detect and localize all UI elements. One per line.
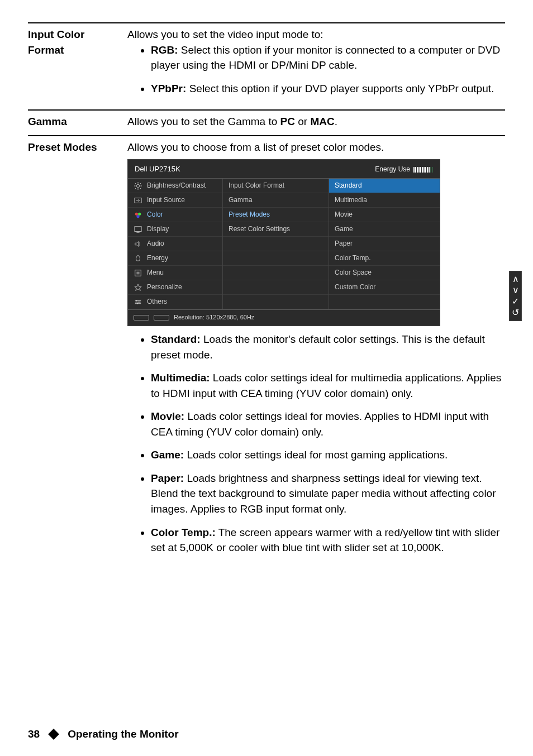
label-game: Game: bbox=[151, 449, 184, 461]
osd-value-label: Multimedia bbox=[335, 195, 367, 205]
osd-menu-label: Input Source bbox=[147, 195, 185, 205]
sun-icon bbox=[134, 182, 142, 190]
svg-point-10 bbox=[135, 212, 138, 215]
osd-submenu-label: Preset Modes bbox=[229, 210, 270, 219]
list-item: RGB: Select this option if your monitor … bbox=[151, 42, 505, 73]
osd-value-item[interactable]: Movie bbox=[329, 208, 440, 222]
osd-menu-item[interactable]: Personalize bbox=[128, 280, 222, 295]
osd-menu-item[interactable]: Audio bbox=[128, 237, 222, 251]
others-icon bbox=[134, 298, 142, 306]
osd-menu-label: Others bbox=[147, 297, 167, 307]
osd-blank-row bbox=[223, 295, 329, 309]
osd-submenu-item[interactable]: Gamma bbox=[223, 193, 329, 208]
osd-menu-label: Color bbox=[147, 210, 163, 219]
svg-line-8 bbox=[135, 188, 136, 189]
osd-value-item[interactable]: Paper bbox=[329, 237, 440, 251]
osd-menu-label: Display bbox=[147, 224, 169, 234]
list-item: Multimedia: Loads color settings ideal f… bbox=[151, 370, 505, 401]
term-line2: Format bbox=[28, 44, 64, 56]
input-icon bbox=[134, 197, 142, 204]
osd-value-item[interactable]: Standard bbox=[329, 179, 440, 193]
label-multimedia: Multimedia: bbox=[151, 372, 210, 384]
text-ypbpr: Select this option if your DVD player su… bbox=[186, 83, 494, 94]
osd-menu-item[interactable]: Energy bbox=[128, 251, 222, 266]
osd-value-label: Color Temp. bbox=[335, 253, 370, 263]
list-item: Movie: Loads color settings ideal for mo… bbox=[151, 409, 505, 439]
svg-point-24 bbox=[137, 303, 138, 304]
energy-bars-icon bbox=[413, 167, 433, 173]
osd-menu-item[interactable]: Brightness/Contrast bbox=[128, 179, 222, 193]
osd-blank-row bbox=[223, 237, 329, 251]
osd-header: Dell UP2715K Energy Use bbox=[128, 160, 440, 179]
osd-blank-row bbox=[329, 295, 440, 309]
svg-line-7 bbox=[140, 183, 141, 184]
osd-blank-row bbox=[223, 266, 329, 280]
osd-submenu-label: Reset Color Settings bbox=[229, 224, 290, 234]
osd-value-label: Custom Color bbox=[335, 283, 375, 292]
osd-submenu-label: Gamma bbox=[229, 195, 253, 205]
osd-nav-back-icon[interactable]: ↺ bbox=[512, 308, 519, 317]
label-colortemp: Color Temp.: bbox=[151, 527, 216, 538]
svg-point-23 bbox=[139, 302, 140, 303]
osd-value-item[interactable]: Multimedia bbox=[329, 193, 440, 208]
text-standard: Loads the monitor's default color settin… bbox=[151, 333, 485, 361]
page-footer: 38 Operating the Monitor bbox=[28, 728, 179, 740]
osd-energy: Energy Use bbox=[375, 165, 433, 174]
osd-menu-label: Audio bbox=[147, 239, 164, 248]
list-item: YPbPr: Select this option if your DVD pl… bbox=[151, 81, 505, 97]
osd-menu-item[interactable]: Others bbox=[128, 295, 222, 309]
menu-icon bbox=[134, 269, 142, 277]
osd-blank-row bbox=[223, 251, 329, 266]
osd-menu-item[interactable]: Color bbox=[128, 208, 222, 222]
osd-value-item[interactable]: Game bbox=[329, 222, 440, 237]
svg-point-0 bbox=[136, 184, 139, 187]
osd-submenu-item[interactable]: Input Color Format bbox=[223, 179, 329, 193]
port-icon bbox=[134, 315, 149, 320]
audio-icon bbox=[134, 240, 142, 248]
page-number: 38 bbox=[28, 728, 40, 740]
osd-menu-label: Personalize bbox=[147, 283, 182, 292]
osd-value-item[interactable]: Color Temp. bbox=[329, 251, 440, 266]
osd-value-label: Color Space bbox=[335, 268, 372, 277]
osd-submenu-item[interactable]: Reset Color Settings bbox=[223, 222, 329, 237]
lead-preset-modes: Allows you to choose from a list of pres… bbox=[127, 140, 505, 155]
svg-line-5 bbox=[135, 183, 136, 184]
osd-screenshot: Dell UP2715K Energy Use Brightness/Contr… bbox=[127, 159, 505, 326]
osd-menu-label: Menu bbox=[147, 268, 164, 277]
svg-point-22 bbox=[136, 300, 137, 301]
text-game: Loads color settings ideal for most gami… bbox=[184, 449, 448, 461]
desc-preset-modes: Allows you to choose from a list of pres… bbox=[127, 136, 505, 569]
label-ypbpr: YPbPr: bbox=[151, 83, 186, 94]
osd-menu-item[interactable]: Input Source bbox=[128, 193, 222, 208]
list-item: Game: Loads color settings ideal for mos… bbox=[151, 447, 505, 463]
term-gamma: Gamma bbox=[28, 110, 127, 136]
osd-value-item[interactable]: Custom Color bbox=[329, 280, 440, 295]
osd-side-controls: ∧ ∨ ✓ ↺ bbox=[509, 271, 522, 321]
osd-panel: Dell UP2715K Energy Use Brightness/Contr… bbox=[127, 159, 440, 326]
osd-body: Brightness/ContrastInput SourceColorDisp… bbox=[128, 179, 440, 309]
energy-icon bbox=[134, 255, 142, 262]
text-rgb: Select this option if your monitor is co… bbox=[151, 44, 500, 71]
display-icon bbox=[134, 226, 142, 233]
gamma-post: . bbox=[335, 116, 337, 127]
osd-menu-label: Energy bbox=[147, 253, 168, 263]
osd-nav-down-icon[interactable]: ∨ bbox=[512, 286, 519, 295]
list-input-color-format: RGB: Select this option if your monitor … bbox=[127, 42, 505, 97]
osd-menu-label: Brightness/Contrast bbox=[147, 181, 206, 190]
osd-menu-item[interactable]: Menu bbox=[128, 266, 222, 280]
osd-value-item[interactable]: Color Space bbox=[329, 266, 440, 280]
term-preset-modes: Preset Modes bbox=[28, 136, 127, 569]
list-item: Paper: Loads brightness and sharpness se… bbox=[151, 471, 505, 517]
desc-input-color-format: Allows you to set the video input mode t… bbox=[127, 23, 505, 110]
list-preset-modes: Standard: Loads the monitor's default co… bbox=[127, 332, 505, 556]
osd-nav-ok-icon[interactable]: ✓ bbox=[512, 297, 519, 306]
osd-nav-up-icon[interactable]: ∧ bbox=[512, 275, 519, 284]
svg-point-12 bbox=[136, 215, 139, 218]
osd-menu-item[interactable]: Display bbox=[128, 222, 222, 237]
osd-value-label: Game bbox=[335, 224, 353, 234]
definition-table: Input Color Format Allows you to set the… bbox=[28, 22, 505, 569]
osd-submenu-item[interactable]: Preset Modes bbox=[223, 208, 329, 222]
osd-value-label: Movie bbox=[335, 210, 353, 219]
osd-title: Dell UP2715K bbox=[135, 164, 180, 175]
osd-submenu-label: Input Color Format bbox=[229, 181, 284, 190]
